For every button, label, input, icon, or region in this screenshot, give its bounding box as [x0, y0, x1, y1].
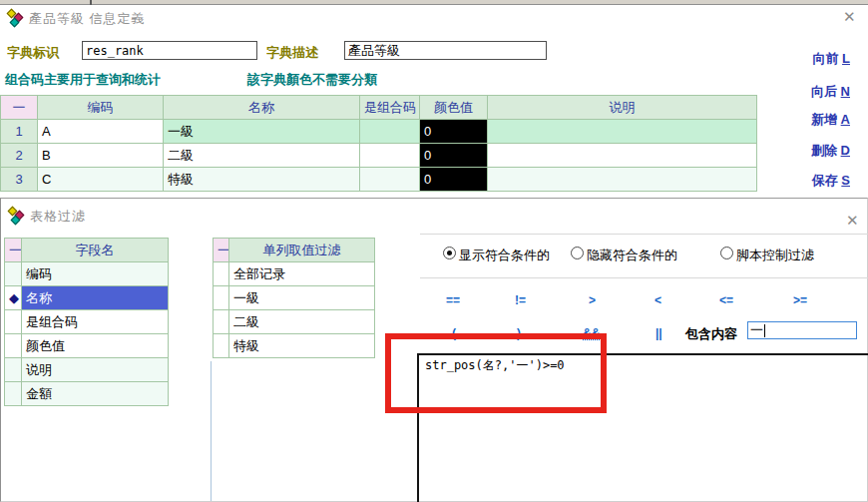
- cell-iscombo[interactable]: [360, 144, 420, 168]
- table-row: 1 A 一級 0: [1, 120, 757, 144]
- radio-show-matching-label[interactable]: 显示符合条件的: [459, 247, 550, 264]
- panel-splitter[interactable]: [211, 361, 212, 501]
- value-item[interactable]: 二級: [229, 310, 375, 334]
- cell-iscombo[interactable]: [360, 168, 420, 192]
- contains-input-value: 一: [750, 321, 763, 339]
- cell-desc[interactable]: [488, 144, 757, 168]
- field-name-table: 一 字段名 编码 ◆ 名称 是组合码 颜色值 说明: [4, 238, 169, 406]
- row-marker: [5, 382, 22, 406]
- field-row-selected: ◆ 名称: [5, 286, 169, 310]
- separator-line: [420, 277, 868, 278]
- field-item[interactable]: 是组合码: [22, 310, 169, 334]
- row-marker: [214, 310, 229, 334]
- cell-code[interactable]: C: [38, 168, 164, 192]
- col-header-iscombo[interactable]: 是组合码: [360, 96, 420, 120]
- radio-script-filter-label[interactable]: 脚本控制过滤: [736, 247, 814, 264]
- add-mnemonic: A: [841, 112, 850, 127]
- op-or-link[interactable]: ||: [655, 326, 662, 340]
- table-header-row: 一 单列取值过滤: [214, 239, 375, 262]
- add-button[interactable]: 新增 A: [811, 111, 850, 129]
- row-marker: [214, 334, 229, 358]
- contains-label: 包含内容: [685, 325, 737, 343]
- table-header-row: 一 字段名: [5, 239, 169, 262]
- next-button[interactable]: 向后 N: [811, 83, 850, 101]
- cell-iscombo[interactable]: [360, 120, 420, 144]
- value-filter-header[interactable]: 单列取值过滤: [229, 239, 375, 262]
- cell-code[interactable]: A: [38, 120, 164, 144]
- field-row: 是组合码: [5, 310, 169, 334]
- field-row: 编码: [5, 262, 169, 286]
- cell-name[interactable]: 一級: [164, 120, 360, 144]
- field-row: 金額: [5, 382, 169, 406]
- cell-code[interactable]: B: [38, 144, 164, 168]
- row-selector-header[interactable]: 一: [214, 239, 229, 262]
- prev-button-label: 向前: [812, 51, 842, 66]
- cell-colorvalue[interactable]: 0: [420, 120, 488, 144]
- op-less-link[interactable]: <: [654, 293, 661, 307]
- contains-input[interactable]: 一: [747, 321, 857, 339]
- prev-mnemonic: L: [842, 51, 850, 66]
- add-button-label: 新增: [811, 112, 841, 127]
- field-item-selected[interactable]: 名称: [22, 286, 169, 310]
- field-item[interactable]: 说明: [22, 358, 169, 382]
- radio-script-filter[interactable]: [720, 247, 733, 259]
- close-icon[interactable]: ✕: [846, 213, 859, 229]
- separator-line: [420, 234, 868, 235]
- filter-window-title: 表格过滤: [30, 208, 86, 226]
- value-row: 全部记录: [214, 262, 375, 286]
- field-item[interactable]: 金額: [22, 382, 169, 406]
- value-item[interactable]: 全部记录: [229, 262, 375, 286]
- next-button-label: 向后: [811, 84, 841, 99]
- value-row: 一級: [214, 286, 375, 310]
- delete-button-label: 删除: [811, 143, 841, 158]
- delete-mnemonic: D: [841, 143, 850, 158]
- value-filter-table: 一 单列取值过滤 全部记录 一級 二級 特級: [213, 238, 375, 358]
- window-title: 產品等級 信息定義: [29, 10, 146, 28]
- cell-desc[interactable]: [488, 168, 757, 192]
- value-item[interactable]: 特級: [229, 334, 375, 358]
- dict-id-input[interactable]: [82, 41, 257, 60]
- value-row: 特級: [214, 334, 375, 358]
- close-icon[interactable]: ✕: [843, 9, 856, 25]
- row-selector-header[interactable]: 一: [1, 96, 38, 120]
- save-button[interactable]: 保存 S: [812, 172, 850, 190]
- col-header-code[interactable]: 编码: [38, 96, 164, 120]
- op-notequal-link[interactable]: !=: [515, 293, 526, 307]
- dict-desc-label: 字典描述: [266, 44, 318, 62]
- value-item[interactable]: 一級: [229, 286, 375, 310]
- background-window-edge: [0, 0, 868, 5]
- delete-button[interactable]: 删除 D: [811, 142, 850, 160]
- diamond-nodes-icon: [8, 207, 26, 225]
- row-number[interactable]: 1: [1, 120, 38, 144]
- op-greaterequal-link[interactable]: >=: [793, 293, 807, 307]
- cell-colorvalue[interactable]: 0: [420, 144, 488, 168]
- cell-desc[interactable]: [488, 120, 757, 144]
- row-selector-header[interactable]: 一: [5, 239, 22, 262]
- field-item[interactable]: 编码: [22, 262, 169, 286]
- table-row: 3 C 特級 0: [1, 168, 757, 192]
- col-header-colorvalue[interactable]: 颜色值: [420, 96, 488, 120]
- col-header-name[interactable]: 名称: [164, 96, 360, 120]
- value-row: 二級: [214, 310, 375, 334]
- radio-show-matching[interactable]: [443, 247, 456, 259]
- radio-hide-matching-label[interactable]: 隐藏符合条件的: [587, 247, 677, 264]
- row-number[interactable]: 3: [1, 168, 38, 192]
- prev-button[interactable]: 向前 L: [812, 50, 850, 68]
- dict-desc-input[interactable]: [344, 41, 547, 60]
- row-number[interactable]: 2: [1, 144, 38, 168]
- radio-hide-matching[interactable]: [571, 247, 584, 259]
- cell-colorvalue[interactable]: 0: [420, 168, 488, 192]
- current-row-marker-icon: ◆: [5, 286, 22, 310]
- field-name-header[interactable]: 字段名: [22, 239, 169, 262]
- op-lessequal-link[interactable]: <=: [719, 293, 733, 307]
- cell-name[interactable]: 二級: [164, 144, 360, 168]
- op-equal-link[interactable]: ==: [446, 293, 460, 307]
- col-header-desc[interactable]: 说明: [488, 96, 757, 120]
- field-row: 颜色值: [5, 334, 169, 358]
- cell-name[interactable]: 特級: [164, 168, 360, 192]
- dictionary-table: 一 编码 名称 是组合码 颜色值 说明 1 A 一級 0 2 B 二級 0: [0, 95, 757, 192]
- field-row: 说明: [5, 358, 169, 382]
- field-item[interactable]: 颜色值: [22, 334, 169, 358]
- op-greater-link[interactable]: >: [589, 293, 596, 307]
- save-mnemonic: S: [841, 173, 850, 188]
